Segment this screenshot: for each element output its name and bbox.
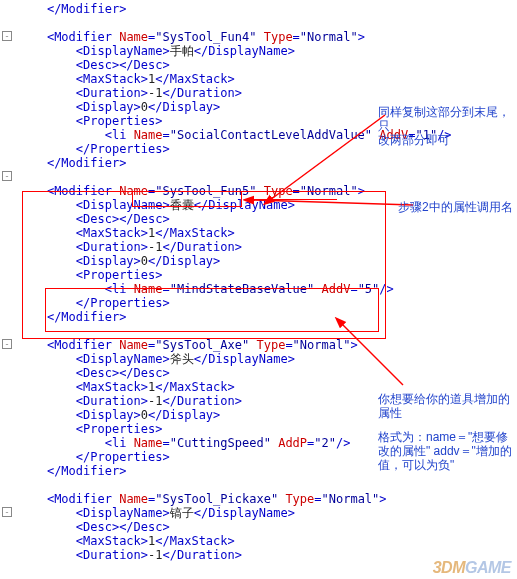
code-line: <Modifier Name="SysTool_Fun5" Type="Norm… [18, 184, 517, 198]
strike-line [249, 199, 337, 200]
code-line: <Modifier Name="SysTool_Pickaxe" Type="N… [18, 492, 517, 506]
fold-icon[interactable]: - [2, 171, 12, 181]
code-line: </Modifier> [18, 2, 517, 16]
code-line: <Modifier Name="SysTool_Fun4" Type="Norm… [18, 30, 517, 44]
watermark: 3DMGAME [433, 559, 511, 577]
gutter: - - - - [0, 0, 14, 518]
annotation-format: 格式为：name＝"想要修 改的属性" addv＝"增加的 值，可以为负" [378, 430, 512, 472]
fold-icon[interactable]: - [2, 339, 12, 349]
annotation-step2: 步骤2中的属性调用名 [398, 200, 513, 214]
code-editor: - - - - </Modifier> <Modifier Name="SysT… [0, 0, 517, 564]
fold-icon[interactable]: - [2, 507, 12, 517]
code-line: <Modifier Name="SysTool_Axe" Type="Norma… [18, 338, 517, 352]
annotation-prop: 你想要给你的道具增加的 属性 [378, 392, 510, 420]
annotation-copy: 同样复制这部分到末尾，只 改两部分即可 [378, 105, 517, 147]
fold-icon[interactable]: - [2, 31, 12, 41]
